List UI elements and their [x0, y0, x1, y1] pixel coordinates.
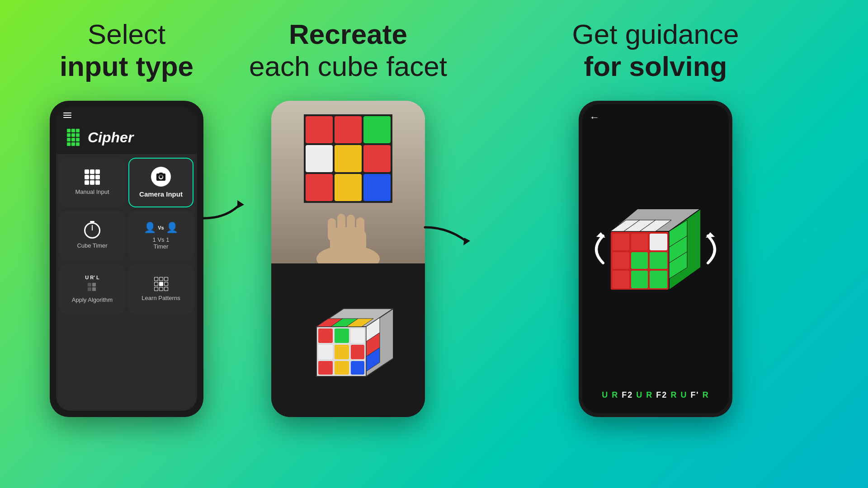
- menu-item-camera[interactable]: Camera Input: [128, 158, 193, 207]
- cell-1: [335, 116, 362, 143]
- hamburger-icon[interactable]: [63, 113, 71, 118]
- app-header: Cipher: [56, 123, 197, 154]
- svg-rect-3: [76, 129, 80, 132]
- svg-rect-33: [351, 361, 364, 375]
- svg-rect-48: [613, 252, 629, 269]
- cell-4: [335, 145, 362, 172]
- menu-item-algo-label: Apply Algorithm: [72, 296, 113, 303]
- svg-rect-8: [71, 138, 75, 141]
- svg-rect-27: [351, 328, 364, 343]
- algorithm-sequence: U R F2 U R F2 R U F' R: [590, 386, 722, 404]
- rubik-face-camera: [304, 114, 392, 203]
- rotation-arrow-left-icon: [585, 227, 608, 272]
- phone-right-inner: ←: [582, 104, 729, 413]
- main-container: Select input type: [0, 0, 868, 488]
- menu-item-algorithm[interactable]: U R' L Apply Algorithm: [60, 264, 125, 314]
- menu-item-camera-label: Camera Input: [139, 190, 183, 198]
- svg-rect-47: [650, 234, 667, 250]
- algorithm-white-text-2: F2: [653, 390, 670, 399]
- svg-rect-26: [335, 328, 349, 343]
- svg-rect-16: [92, 287, 96, 291]
- svg-rect-45: [613, 234, 629, 250]
- svg-rect-46: [631, 234, 648, 250]
- phone-left-inner: Cipher Manual Input: [56, 107, 197, 411]
- menu-item-manual[interactable]: Manual Input: [60, 158, 125, 207]
- algorithm-green-text-3: R U: [670, 390, 687, 399]
- cell-5: [363, 145, 391, 172]
- menu-item-vs-label: 1 Vs 1 Timer: [153, 236, 170, 250]
- heading-guidance: Get guidance for solving: [572, 18, 739, 83]
- menu-item-timer-label: Cube Timer: [77, 242, 107, 249]
- phone-cube-preview: [271, 263, 425, 417]
- section-recreate: Recreate each cube facet: [226, 0, 470, 417]
- section-select: Select input type: [0, 0, 226, 417]
- phone-right: ←: [579, 101, 732, 417]
- algorithm-green-text: U R: [602, 390, 618, 399]
- cell-3: [306, 145, 333, 172]
- menu-item-manual-label: Manual Input: [75, 188, 109, 195]
- cell-2: [363, 116, 391, 143]
- algorithm-green-text-4: R: [703, 390, 709, 399]
- phone-camera-view: [271, 101, 425, 263]
- phone-right-wrap: ←: [579, 96, 732, 417]
- person-right-icon: 👤: [166, 222, 178, 234]
- cube-3d-preview-icon: [303, 295, 393, 385]
- heading-recreate: Recreate each cube facet: [249, 18, 447, 83]
- svg-rect-30: [351, 345, 364, 359]
- svg-marker-42: [463, 238, 470, 245]
- svg-rect-29: [335, 345, 349, 359]
- menu-item-patterns-label: Learn Patterns: [142, 295, 180, 301]
- phone-middle: [271, 101, 425, 417]
- cell-0: [306, 116, 333, 143]
- svg-rect-50: [650, 252, 667, 269]
- phone-status-bar: [56, 107, 197, 123]
- menu-item-timer[interactable]: Cube Timer: [60, 211, 125, 261]
- svg-rect-14: [88, 287, 91, 291]
- svg-rect-28: [318, 345, 333, 359]
- svg-rect-6: [76, 133, 80, 137]
- phone-middle-wrap: [271, 96, 425, 417]
- svg-rect-9: [76, 138, 80, 141]
- svg-rect-10: [67, 142, 71, 146]
- person-left-icon: 👤: [144, 222, 156, 234]
- cube-logo-icon: [63, 128, 83, 148]
- algo-icon: U R' L: [85, 275, 99, 294]
- rotation-arrow-right-icon: [703, 227, 726, 272]
- algorithm-green-text-2: U R: [636, 390, 653, 399]
- phone-left-wrap: Cipher Manual Input: [50, 96, 203, 417]
- cell-7: [335, 174, 362, 201]
- svg-rect-21: [337, 214, 345, 239]
- cell-6: [306, 174, 333, 201]
- svg-rect-2: [71, 129, 75, 132]
- svg-rect-31: [318, 361, 333, 375]
- heading-select: Select input type: [60, 18, 193, 83]
- svg-rect-53: [650, 271, 667, 288]
- vs-icon: 👤 Vs 👤: [144, 222, 178, 234]
- cube-3d-solution-icon: [601, 195, 710, 304]
- menu-item-patterns[interactable]: Learn Patterns: [128, 264, 193, 314]
- svg-rect-20: [328, 218, 336, 241]
- algorithm-white-text-1: F2: [618, 390, 636, 399]
- svg-rect-5: [71, 133, 75, 137]
- camera-icon: [151, 167, 171, 187]
- app-menu-grid: Manual Input Camera Input: [56, 154, 197, 318]
- svg-rect-51: [613, 271, 629, 288]
- svg-rect-22: [347, 215, 355, 239]
- algorithm-white-text-3: F': [687, 390, 702, 399]
- arrow-middle-to-right: [420, 223, 475, 250]
- section-guidance: Get guidance for solving ←: [470, 0, 868, 417]
- svg-rect-52: [631, 271, 648, 288]
- svg-rect-15: [92, 283, 96, 286]
- app-name-label: Cipher: [88, 129, 133, 146]
- cube-rotation-area: [590, 113, 722, 386]
- phone-left: Cipher Manual Input: [50, 101, 203, 417]
- svg-rect-11: [71, 142, 75, 146]
- svg-rect-49: [631, 252, 648, 269]
- menu-item-vs[interactable]: 👤 Vs 👤 1 Vs 1 Timer: [128, 211, 193, 261]
- svg-rect-4: [67, 133, 71, 137]
- timer-icon: [84, 222, 100, 239]
- svg-rect-32: [335, 361, 349, 375]
- svg-rect-12: [76, 142, 80, 146]
- svg-rect-23: [356, 217, 364, 239]
- svg-rect-25: [318, 328, 333, 343]
